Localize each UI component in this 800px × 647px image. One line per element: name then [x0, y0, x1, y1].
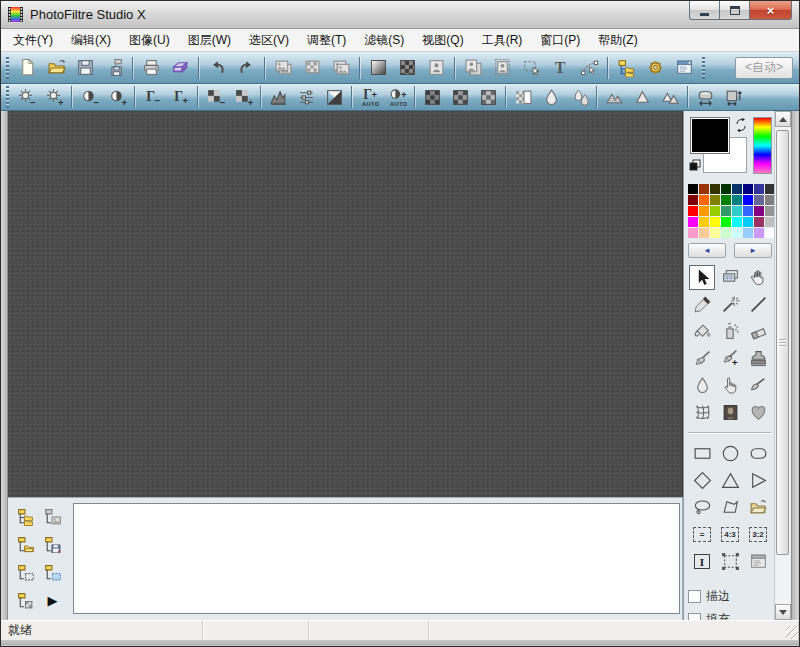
menu-view[interactable]: 视图(Q): [413, 28, 472, 53]
menu-window[interactable]: 窗口(P): [531, 28, 589, 53]
menu-file[interactable]: 文件(Y): [4, 28, 62, 53]
palette-swatch[interactable]: [710, 206, 720, 216]
blur-button[interactable]: [540, 86, 562, 108]
toolbar-grip[interactable]: [6, 57, 9, 79]
right-triangle-selection[interactable]: [745, 468, 771, 493]
lasso-selection[interactable]: [689, 495, 715, 520]
smudge-tool[interactable]: [717, 373, 743, 398]
stroke-checkbox[interactable]: 描边: [688, 585, 774, 608]
auto-zoom-button[interactable]: <自动>: [735, 57, 793, 79]
palette-swatch[interactable]: [688, 228, 698, 238]
saturation-minus-button[interactable]: −: [204, 86, 226, 108]
palette-swatch[interactable]: [699, 228, 709, 238]
layers-manager-tool[interactable]: [717, 265, 743, 290]
scroll-up-button[interactable]: [775, 111, 791, 127]
minimize-button[interactable]: [689, 1, 719, 20]
brightness-minus-button[interactable]: −: [15, 86, 37, 108]
open-image-button[interactable]: [45, 57, 67, 79]
artistic-tool[interactable]: [717, 400, 743, 425]
transparent-color-button[interactable]: [512, 86, 534, 108]
brush-tool[interactable]: [689, 346, 715, 371]
text-selection[interactable]: I: [689, 549, 715, 574]
clone-stamp-tool[interactable]: [745, 346, 771, 371]
canvas-workspace[interactable]: [8, 111, 683, 497]
line-tool[interactable]: [745, 292, 771, 317]
ratio-3-2-selection[interactable]: 3:2: [745, 522, 771, 547]
ellipse-selection[interactable]: [717, 441, 743, 466]
contrast-plus-button[interactable]: +: [106, 86, 128, 108]
layers-manager-button[interactable]: [14, 504, 38, 528]
palette-swatch[interactable]: [743, 217, 753, 227]
noise-button[interactable]: [631, 86, 653, 108]
scan-button[interactable]: [169, 57, 191, 79]
paste-as-layer-button[interactable]: [41, 560, 65, 584]
histogram-button[interactable]: [267, 86, 289, 108]
palette-swatch[interactable]: [699, 206, 709, 216]
palette-swatch[interactable]: [754, 228, 764, 238]
open-as-layer-button[interactable]: [14, 532, 38, 556]
gradient-button[interactable]: [367, 57, 389, 79]
palette-swatch[interactable]: [710, 195, 720, 205]
scrollbar-thumb[interactable]: [776, 130, 789, 555]
stroke-checkbox-box[interactable]: [688, 590, 701, 603]
palette-swatch[interactable]: [710, 217, 720, 227]
palette-swatch[interactable]: [688, 195, 698, 205]
resize-image-button[interactable]: [694, 86, 716, 108]
palette-swatch[interactable]: [688, 184, 698, 194]
advanced-brush-tool[interactable]: +: [717, 346, 743, 371]
retouch-tool[interactable]: [745, 373, 771, 398]
ratio-equal-selection[interactable]: =: [689, 522, 715, 547]
menu-tools[interactable]: 工具(R): [473, 28, 532, 53]
fill-tool[interactable]: [689, 319, 715, 344]
palette-swatch[interactable]: [688, 217, 698, 227]
toolbar-grip[interactable]: [702, 57, 705, 79]
color-spectrum[interactable]: [753, 117, 772, 174]
polygon-selection[interactable]: [717, 495, 743, 520]
palette-swatch[interactable]: [721, 184, 731, 194]
image-transparency-button[interactable]: [425, 57, 447, 79]
save-button[interactable]: [74, 57, 96, 79]
palette-swatch[interactable]: [721, 228, 731, 238]
rect-selection[interactable]: [689, 441, 715, 466]
palette-swatch[interactable]: [743, 184, 753, 194]
text-button[interactable]: T: [549, 57, 571, 79]
transparent-layer-button[interactable]: [14, 588, 38, 612]
palette-swatch[interactable]: [732, 228, 742, 238]
resize-grip[interactable]: [785, 626, 798, 639]
paste-selection-button[interactable]: [520, 57, 542, 79]
gamma-minus-button[interactable]: Γ−: [141, 86, 163, 108]
palette-swatch[interactable]: [699, 195, 709, 205]
pattern-fill-button[interactable]: [396, 57, 418, 79]
load-selection[interactable]: [745, 495, 771, 520]
mosaic-mid-button[interactable]: [449, 86, 471, 108]
palette-swatch[interactable]: [699, 184, 709, 194]
toolbar-grip[interactable]: [6, 86, 9, 108]
palette-swatch[interactable]: [754, 195, 764, 205]
deform-tool[interactable]: [689, 400, 715, 425]
menu-filter[interactable]: 滤镜(S): [355, 28, 413, 53]
menu-edit[interactable]: 编辑(X): [62, 28, 120, 53]
mosaic-light-button[interactable]: [477, 86, 499, 108]
palette-swatch[interactable]: [743, 228, 753, 238]
levels-button[interactable]: [295, 86, 317, 108]
image-frame-button[interactable]: [491, 57, 513, 79]
menu-layer[interactable]: 图层(W): [179, 28, 240, 53]
auto-levels-button[interactable]: Γ+AUTO: [358, 86, 380, 108]
invert-button[interactable]: [323, 86, 345, 108]
contrast-minus-button[interactable]: −: [78, 86, 100, 108]
preferences-button[interactable]: [673, 57, 695, 79]
path-button[interactable]: [578, 57, 600, 79]
redo-button[interactable]: [235, 57, 257, 79]
magic-wand-tool[interactable]: [717, 292, 743, 317]
palette-swatch[interactable]: [710, 228, 720, 238]
palette-swatch[interactable]: [732, 195, 742, 205]
expand-selection[interactable]: [717, 549, 743, 574]
palette-swatch[interactable]: [732, 206, 742, 216]
close-button[interactable]: ×: [749, 1, 792, 20]
palette-swatch[interactable]: [688, 206, 698, 216]
duplicate-image-button[interactable]: [462, 57, 484, 79]
panel-scrollbar[interactable]: [774, 111, 791, 620]
pattern-image-button[interactable]: [301, 57, 323, 79]
menu-help[interactable]: 帮助(Z): [589, 28, 646, 53]
rounded-rect-selection[interactable]: [745, 441, 771, 466]
